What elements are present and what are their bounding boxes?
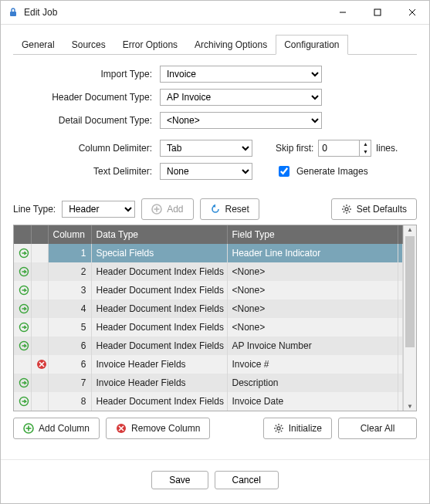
- row-add-icon[interactable]: [14, 392, 31, 411]
- cell-column: 4: [48, 299, 91, 318]
- import-type-label: Import Type:: [21, 69, 160, 79]
- cell-column: 7: [48, 374, 91, 392]
- row-add-icon[interactable]: [14, 244, 31, 262]
- plus-icon: [23, 423, 34, 434]
- cell-field-type: Header Line Indicator: [227, 244, 398, 262]
- add-column-button[interactable]: Add Column: [13, 418, 100, 439]
- skip-first-spinner[interactable]: ▲ ▼: [318, 140, 371, 157]
- remove-column-button[interactable]: Remove Column: [106, 418, 210, 439]
- : [14, 355, 31, 374]
- svg-line-43: [280, 431, 281, 431]
- line-type-select[interactable]: Header: [62, 201, 135, 218]
- row-add-icon[interactable]: [14, 299, 31, 318]
- svg-rect-2: [374, 9, 381, 15]
- svg-line-42: [275, 425, 276, 426]
- spinner-up-icon[interactable]: ▲: [360, 140, 371, 148]
- row-add-icon[interactable]: [14, 281, 31, 299]
- table-row[interactable]: 5Header Document Index Fields<None>: [14, 318, 403, 337]
- table-row[interactable]: 7Invoice Header FieldsDescription: [14, 374, 403, 392]
- titlebar: Edit Job: [1, 1, 429, 25]
- scroll-down-icon[interactable]: ▼: [404, 403, 416, 410]
- row-add-icon[interactable]: [14, 337, 31, 355]
- cell-data-type: Header Document Index Fields: [91, 299, 227, 318]
- svg-line-13: [343, 206, 344, 207]
- tab-error-options[interactable]: Error Options: [114, 35, 186, 55]
- row-add-icon[interactable]: [14, 374, 31, 392]
- skip-first-input[interactable]: [319, 140, 359, 156]
- row-remove-icon[interactable]: [31, 355, 48, 374]
- cell-data-type: Invoice Header Fields: [91, 374, 227, 392]
- detail-doc-type-select[interactable]: <None>: [160, 112, 322, 129]
- cell-field-type: <None>: [227, 281, 398, 299]
- cell-column: 5: [48, 318, 91, 337]
- header-doc-type-select[interactable]: AP Invoice: [160, 89, 322, 106]
- cell-field-type: Description: [227, 374, 398, 392]
- skip-first-suffix: lines.: [376, 143, 398, 154]
- cell-column: 1: [48, 244, 91, 262]
- cell-data-type: Special Fields: [91, 244, 227, 262]
- columns-grid: Column Data Type Field Type 1Special Fie…: [13, 225, 417, 411]
- tab-general[interactable]: General: [13, 35, 63, 55]
- tab-archiving-options[interactable]: Archiving Options: [186, 35, 276, 55]
- scroll-up-icon[interactable]: ▲: [404, 226, 416, 233]
- svg-rect-0: [10, 12, 16, 16]
- tab-strip: General Sources Error Options Archiving …: [13, 34, 417, 55]
- row-add-icon[interactable]: [14, 318, 31, 337]
- cell-data-type: Header Document Index Fields: [91, 337, 227, 355]
- cell-field-type: AP Invoice Number: [227, 337, 398, 355]
- table-row[interactable]: 2Header Document Index Fields<None>: [14, 262, 403, 281]
- grid-header-data-type[interactable]: Data Type: [91, 225, 227, 244]
- : [31, 318, 48, 337]
- grid-scrollbar[interactable]: ▲ ▼: [403, 225, 416, 411]
- spinner-down-icon[interactable]: ▼: [360, 148, 371, 156]
- : [31, 281, 48, 299]
- row-add-icon[interactable]: [14, 262, 31, 281]
- table-row[interactable]: 6Invoice Header FieldsInvoice #: [14, 355, 403, 374]
- cell-data-type: Header Document Index Fields: [91, 318, 227, 337]
- undo-icon: [210, 204, 221, 215]
- cell-field-type: Invoice Date: [227, 392, 398, 411]
- grid-header-column[interactable]: Column: [48, 225, 91, 244]
- header-doc-type-label: Header Document Type:: [21, 92, 160, 103]
- table-row[interactable]: 6Header Document Index FieldsAP Invoice …: [14, 337, 403, 355]
- detail-doc-type-label: Detail Document Type:: [21, 115, 160, 126]
- reset-button[interactable]: Reset: [200, 198, 259, 220]
- table-row[interactable]: 3Header Document Index Fields<None>: [14, 281, 403, 299]
- cell-field-type: <None>: [227, 299, 398, 318]
- column-delimiter-select[interactable]: Tab: [160, 140, 252, 157]
- maximize-button[interactable]: [360, 1, 394, 24]
- scroll-thumb[interactable]: [405, 236, 415, 347]
- clear-all-button[interactable]: Clear All: [338, 418, 417, 439]
- svg-line-44: [280, 425, 281, 426]
- initialize-button[interactable]: Initialize: [263, 418, 332, 439]
- : [31, 337, 48, 355]
- table-row[interactable]: 4Header Document Index Fields<None>: [14, 299, 403, 318]
- cancel-button[interactable]: Cancel: [215, 471, 279, 489]
- tab-sources[interactable]: Sources: [63, 35, 114, 55]
- save-button[interactable]: Save: [151, 471, 208, 489]
- import-type-select[interactable]: Invoice: [160, 66, 322, 83]
- cell-data-type: Header Document Index Fields: [91, 392, 227, 411]
- close-button[interactable]: [394, 1, 429, 24]
- svg-line-14: [348, 211, 349, 212]
- cell-data-type: Invoice Header Fields: [91, 355, 227, 374]
- : [31, 374, 48, 392]
- gear-icon: [341, 204, 352, 215]
- cell-column: 6: [48, 337, 91, 355]
- table-row[interactable]: 1Special FieldsHeader Line Indicator: [14, 244, 403, 262]
- add-button[interactable]: Add: [141, 198, 193, 220]
- text-delimiter-label: Text Delimiter:: [21, 166, 160, 177]
- tab-configuration[interactable]: Configuration: [276, 35, 347, 55]
- column-delimiter-label: Column Delimiter:: [21, 143, 160, 154]
- generate-images-checkbox[interactable]: Generate Images: [276, 164, 368, 179]
- grid-header-row: Column Data Type Field Type: [14, 225, 403, 244]
- generate-images-input[interactable]: [279, 166, 289, 177]
- minimize-button[interactable]: [325, 1, 360, 24]
- grid-header-field-type[interactable]: Field Type: [227, 225, 398, 244]
- set-defaults-button[interactable]: Set Defaults: [331, 198, 417, 220]
- plus-icon: [151, 204, 162, 215]
- text-delimiter-select[interactable]: None: [160, 163, 252, 180]
- table-row[interactable]: 8Header Document Index FieldsInvoice Dat…: [14, 392, 403, 411]
- cell-column: 2: [48, 262, 91, 281]
- cell-data-type: Header Document Index Fields: [91, 281, 227, 299]
